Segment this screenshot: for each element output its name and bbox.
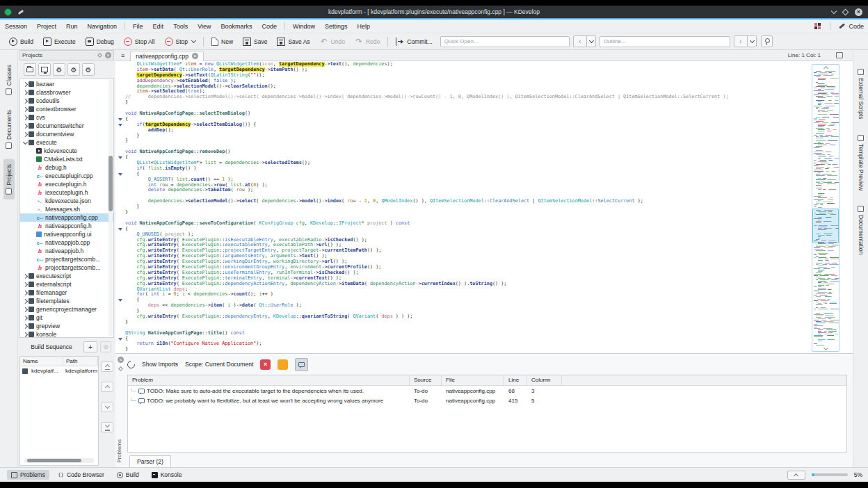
column-header-file[interactable]: File — [442, 375, 504, 385]
scrollbar-thumb[interactable] — [27, 459, 81, 462]
build-items-button[interactable] — [38, 63, 51, 76]
tree-item-cvs[interactable]: cvs — [20, 113, 113, 122]
move-down-button[interactable] — [101, 402, 113, 412]
expander-icon[interactable] — [22, 308, 29, 311]
forward-dropdown-button[interactable] — [748, 35, 757, 47]
error-filter-button[interactable]: × — [260, 359, 271, 370]
add-to-build-sequence-button[interactable]: + — [83, 341, 97, 352]
menu-help[interactable]: Help — [353, 22, 376, 31]
collapse-progress-button[interactable] — [787, 471, 805, 480]
tree-item-projecttargetscomb[interactable]: cprojecttargetscomb... — [20, 255, 113, 263]
tree-item-classbrowser[interactable]: classbrowser — [20, 88, 113, 97]
code-line[interactable]: if( !list.isEmpty() ) — [115, 166, 808, 172]
tree-item-genericprojectmanager[interactable]: genericprojectmanager — [20, 305, 113, 314]
minimap-viewport[interactable] — [812, 209, 839, 243]
menu-tools[interactable]: Tools — [168, 22, 193, 31]
tree-item-bazaar[interactable]: bazaar — [20, 80, 113, 88]
tree-item-filetemplates[interactable]: filetemplates — [20, 297, 113, 305]
tree-scrollbar[interactable] — [108, 79, 113, 336]
build-button[interactable]: ⚙ — [53, 63, 65, 76]
tree-item-kdevexecute[interactable]: kdevexecute — [20, 147, 113, 155]
code-line[interactable]: } — [115, 100, 808, 106]
quick-open-input[interactable] — [440, 36, 570, 47]
menu-bookmarks[interactable]: Bookmarks — [216, 22, 257, 31]
build-sequence-row[interactable]: kdevplatf...kdevplatform — [20, 366, 98, 375]
titlebar[interactable]: kdevplatform - [ kdevplatform:plugins/ex… — [0, 6, 868, 19]
warning-filter-button[interactable] — [278, 359, 288, 370]
tree-item-kdevexecute-json[interactable]: >_kdevexecute.json — [20, 197, 113, 205]
tree-item-documentview[interactable]: documentview — [20, 130, 113, 138]
expander-icon[interactable] — [22, 133, 29, 136]
tree-item-nativeappconfig-ui[interactable]: nativeappconfig.ui — [20, 230, 113, 238]
tree-item-executescript[interactable]: executescript — [20, 272, 113, 280]
show-imports-button[interactable]: Show Imports — [142, 361, 178, 368]
dock-tab-template-preview[interactable]: Template Preview — [855, 130, 867, 195]
maximize-window-icon[interactable] — [842, 8, 849, 15]
close-panel-icon[interactable]: × — [118, 357, 124, 363]
dock-tab-external-scripts[interactable]: External Scripts — [855, 64, 867, 124]
scroll-down-icon[interactable] — [812, 346, 839, 351]
expander-icon[interactable] — [22, 300, 29, 303]
fold-marker-icon[interactable] — [118, 338, 122, 341]
menu-view[interactable]: View — [193, 22, 216, 31]
code-line[interactable]: void NativeAppConfigPage::selectItemDial… — [115, 111, 808, 117]
menu-navigation[interactable]: Navigation — [83, 22, 122, 31]
statusbar-problems[interactable]: Problems — [7, 470, 49, 480]
expander-icon[interactable] — [22, 124, 29, 128]
tree-item-projecttargetscomb[interactable]: hprojecttargetscomb... — [20, 263, 113, 272]
tree-item-git[interactable]: git — [20, 314, 113, 322]
tree-item-grepview[interactable]: grepview — [20, 322, 113, 330]
fold-marker-icon[interactable] — [118, 173, 122, 176]
code-line[interactable]: } — [115, 347, 808, 352]
expander-icon[interactable] — [22, 291, 29, 295]
fold-marker-icon[interactable] — [118, 124, 122, 127]
back-dropdown-button[interactable] — [587, 35, 596, 47]
code-line[interactable]: dependencies->selectionModel()->select( … — [115, 199, 808, 204]
code-line[interactable]: void NativeAppConfigPage::removeDep() — [115, 149, 808, 155]
minimap-scrollbar[interactable] — [812, 64, 839, 352]
code-line[interactable]: { — [115, 227, 808, 232]
reload-icon[interactable] — [126, 359, 136, 369]
area-switcher-code-button[interactable]: Code — [839, 23, 864, 30]
tree-item-messages-sh[interactable]: >_Messages.sh — [20, 205, 113, 213]
scroll-up-icon[interactable] — [812, 65, 839, 70]
code-line[interactable]: dependencies->selectionModel()->clearSel… — [115, 84, 808, 90]
code-line[interactable]: } — [115, 133, 808, 139]
code-line[interactable]: deps << dependencies->item( i )->data( Q… — [115, 303, 808, 309]
commit-button[interactable]: Commit... — [391, 35, 437, 49]
code-editor[interactable]: QListWidgetItem* item = new QListWidgetI… — [115, 61, 853, 353]
statusbar-code-browser[interactable]: {}Code Browser — [54, 470, 108, 480]
expander-icon[interactable] — [22, 83, 29, 86]
expander-icon[interactable] — [22, 325, 29, 328]
configure-button[interactable]: ⚙ — [82, 63, 95, 76]
expander-icon[interactable] — [22, 283, 29, 286]
expander-icon[interactable] — [22, 108, 29, 111]
lightbulb-button[interactable] — [761, 35, 773, 47]
fold-gutter[interactable] — [115, 227, 125, 232]
menu-run[interactable]: Run — [61, 22, 83, 31]
install-button[interactable]: ⚙ — [67, 63, 80, 76]
tree-item-filemanager[interactable]: filemanager — [20, 288, 113, 297]
close-window-icon[interactable]: × — [855, 8, 862, 16]
execute-button[interactable]: Execute — [38, 35, 81, 49]
stop-all-button[interactable]: Stop All — [119, 35, 160, 49]
code-line[interactable]: cfg.writeEntry( ExecutePlugin::dependenc… — [115, 314, 808, 320]
scope-button[interactable]: Scope: Current Document — [185, 361, 253, 368]
tree-item-iexecuteplugin-h[interactable]: hiexecuteplugin.h — [20, 188, 113, 197]
code-line[interactable]: } — [115, 210, 808, 215]
menu-code[interactable]: Code — [257, 22, 282, 31]
problem-row[interactable]: TODO: Make sure to auto-add the executab… — [128, 386, 846, 396]
dock-tab-classes[interactable]: Classes — [3, 60, 15, 99]
tree-item-execute[interactable]: execute — [20, 138, 113, 147]
document-switcher-icon[interactable] — [836, 52, 843, 58]
open-project-button[interactable] — [24, 63, 36, 76]
fold-gutter[interactable] — [115, 298, 125, 303]
debug-button[interactable]: Debug — [81, 35, 119, 49]
float-panel-icon[interactable] — [97, 53, 102, 58]
code-line[interactable]: } — [115, 138, 808, 144]
fold-marker-icon[interactable] — [118, 228, 122, 231]
fold-marker-icon[interactable] — [118, 299, 122, 302]
code-line[interactable]: addDep(); — [115, 128, 808, 133]
tree-item-nativeappconfig-h[interactable]: hnativeappconfig.h — [20, 222, 113, 230]
menu-session[interactable]: Session — [0, 22, 32, 31]
